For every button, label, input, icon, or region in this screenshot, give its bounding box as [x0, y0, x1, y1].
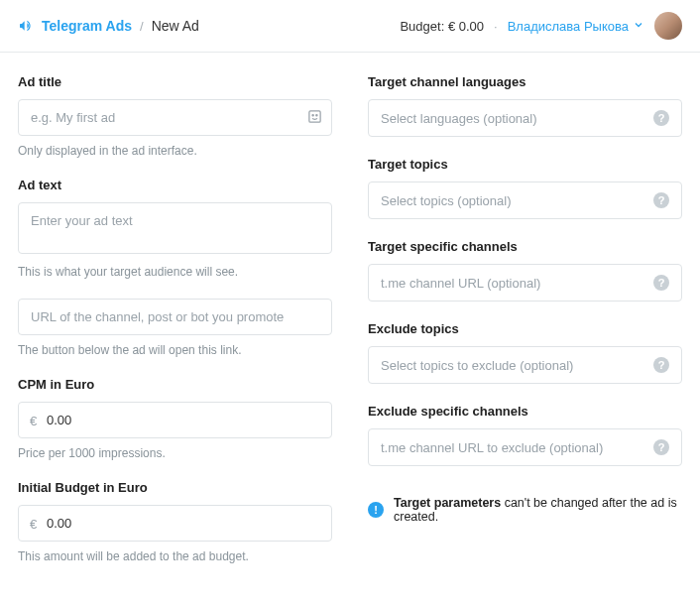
- target-languages-field: Target channel languages Select language…: [368, 74, 682, 137]
- target-channels-field: Target specific channels t.me channel UR…: [368, 239, 682, 302]
- cpm-field: CPM in Euro € Price per 1000 impressions…: [18, 377, 332, 460]
- budget-field: Initial Budget in Euro € This amount wil…: [18, 480, 332, 563]
- svg-rect-0: [309, 110, 320, 121]
- ad-text-field: Ad text This is what your target audienc…: [18, 178, 332, 279]
- help-icon[interactable]: ?: [653, 439, 669, 455]
- svg-point-2: [316, 114, 317, 115]
- promote-url-input[interactable]: [18, 299, 332, 335]
- target-channels-select[interactable]: t.me channel URL (optional) ?: [368, 264, 682, 302]
- target-topics-placeholder: Select topics (optional): [381, 193, 512, 208]
- cpm-input-wrap: €: [18, 402, 332, 438]
- promote-url-helper: The button below the ad will open this l…: [18, 343, 332, 357]
- emoji-icon[interactable]: [307, 109, 322, 127]
- ad-title-helper: Only displayed in the ad interface.: [18, 144, 332, 158]
- avatar[interactable]: [654, 12, 682, 40]
- bullhorn-icon: [18, 18, 34, 34]
- help-icon[interactable]: ?: [653, 357, 669, 373]
- right-column: Target channel languages Select language…: [368, 74, 682, 583]
- header: Telegram Ads / New Ad Budget: € 0.00 · В…: [0, 0, 700, 53]
- exclude-channels-label: Exclude specific channels: [368, 404, 682, 419]
- euro-icon: €: [30, 413, 37, 427]
- exclude-topics-label: Exclude topics: [368, 321, 682, 336]
- breadcrumb: Telegram Ads / New Ad: [18, 18, 199, 34]
- svg-point-1: [312, 114, 313, 115]
- user-menu[interactable]: Владислава Рыкова: [508, 19, 644, 34]
- breadcrumb-sep: /: [140, 19, 144, 34]
- cpm-label: CPM in Euro: [18, 377, 332, 392]
- budget-value: 0.00: [459, 19, 484, 34]
- ad-title-input-wrap: [18, 99, 332, 136]
- target-topics-label: Target topics: [368, 157, 682, 172]
- budget-prefix: Budget: €: [400, 19, 458, 34]
- breadcrumb-current: New Ad: [152, 18, 199, 34]
- ad-title-field: Ad title Only displayed in the ad interf…: [18, 74, 332, 158]
- promote-url-field: The button below the ad will open this l…: [18, 299, 332, 357]
- username-label: Владислава Рыкова: [508, 19, 629, 34]
- notice-bold: Target parameters: [394, 496, 501, 510]
- help-icon[interactable]: ?: [653, 275, 669, 291]
- exclude-channels-placeholder: t.me channel URL to exclude (optional): [381, 440, 603, 455]
- target-channels-placeholder: t.me channel URL (optional): [381, 276, 540, 291]
- ad-text-input[interactable]: [18, 202, 332, 254]
- target-languages-placeholder: Select languages (optional): [381, 111, 537, 126]
- notice-text: Target parameters can't be changed after…: [394, 496, 682, 524]
- chevron-down-icon: [633, 19, 644, 34]
- exclude-channels-field: Exclude specific channels t.me channel U…: [368, 404, 682, 466]
- target-topics-field: Target topics Select topics (optional) ?: [368, 157, 682, 219]
- form-content: Ad title Only displayed in the ad interf…: [0, 53, 700, 605]
- dot-sep: ·: [494, 19, 498, 34]
- cpm-helper: Price per 1000 impressions.: [18, 446, 332, 460]
- budget-input-wrap: €: [18, 505, 332, 542]
- exclude-topics-field: Exclude topics Select topics to exclude …: [368, 321, 682, 384]
- exclude-channels-select[interactable]: t.me channel URL to exclude (optional) ?: [368, 428, 682, 466]
- euro-icon: €: [30, 516, 37, 531]
- budget-display: Budget: € 0.00: [400, 19, 484, 34]
- target-topics-select[interactable]: Select topics (optional) ?: [368, 182, 682, 219]
- budget-input[interactable]: [18, 505, 332, 542]
- exclude-topics-placeholder: Select topics to exclude (optional): [381, 358, 573, 373]
- ad-text-label: Ad text: [18, 178, 332, 192]
- help-icon[interactable]: ?: [653, 110, 669, 126]
- info-icon: !: [368, 502, 384, 518]
- brand-link[interactable]: Telegram Ads: [42, 18, 132, 34]
- ad-text-helper: This is what your target audience will s…: [18, 265, 332, 279]
- target-notice: ! Target parameters can't be changed aft…: [368, 496, 682, 524]
- exclude-topics-select[interactable]: Select topics to exclude (optional) ?: [368, 346, 682, 384]
- target-languages-select[interactable]: Select languages (optional) ?: [368, 99, 682, 137]
- target-channels-label: Target specific channels: [368, 239, 682, 254]
- left-column: Ad title Only displayed in the ad interf…: [18, 74, 332, 583]
- budget-label: Initial Budget in Euro: [18, 480, 332, 495]
- help-icon[interactable]: ?: [653, 192, 669, 208]
- cpm-input[interactable]: [18, 402, 332, 438]
- ad-title-label: Ad title: [18, 74, 332, 89]
- ad-title-input[interactable]: [18, 99, 332, 136]
- budget-helper: This amount will be added to the ad budg…: [18, 549, 332, 563]
- target-languages-label: Target channel languages: [368, 74, 682, 89]
- header-right: Budget: € 0.00 · Владислава Рыкова: [400, 12, 682, 40]
